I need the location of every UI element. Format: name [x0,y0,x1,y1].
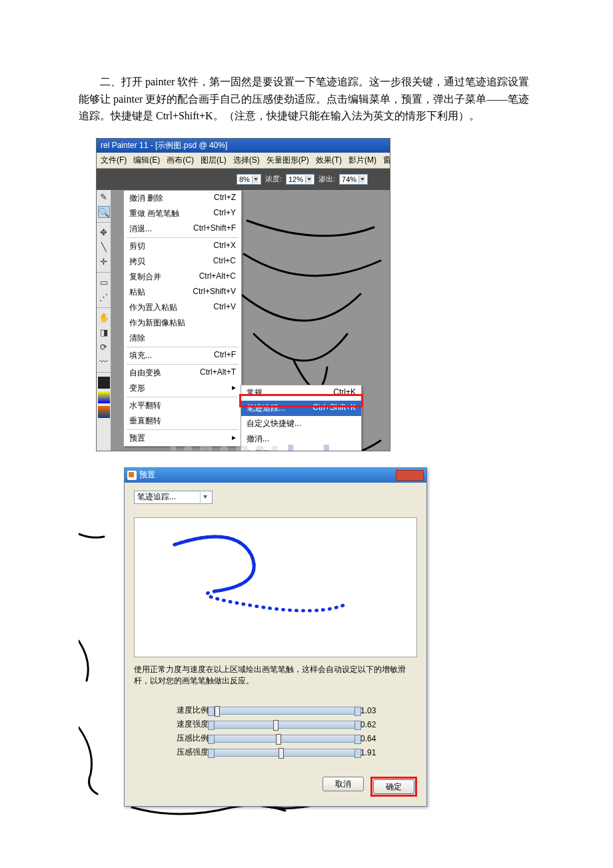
opt-val-2[interactable]: 12% [286,174,314,185]
tool-eraser-icon[interactable]: ◨ [98,327,110,339]
tool-wand-icon[interactable]: ⋰ [98,291,110,303]
opt-val-1[interactable]: 8% [237,174,261,185]
watermark: WWW.bdocx.com [170,437,390,451]
slider-value: 1.91 [360,748,387,757]
slider-row: 速度强度0.62 [174,719,417,730]
menu-edit[interactable]: 编辑(E) [133,155,160,166]
close-button[interactable] [396,470,424,481]
menu-item[interactable]: 清除 [124,331,241,346]
menu-item[interactable]: 作为新图像粘贴 [124,315,241,331]
prefs-dialog: 预置 笔迹追踪... 使用正常力度与速度在以上区域绘出画笔笔触，这样会自动设定以… [124,467,427,807]
tool-move-icon[interactable]: ✥ [98,227,110,239]
submenu-item[interactable]: 自定义快捷键... [241,416,361,431]
menu-canvas[interactable]: 画布(C) [167,155,194,166]
menu-item[interactable]: 复制合并Ctrl+Alt+C [124,269,241,285]
tool-palette[interactable]: ✎ 🔍 ✥ ╲ ✛ ▭ ⋰ ✋ ◨ ⟳ 〰 [97,190,111,451]
tool-brush-icon[interactable]: ✎ [98,191,110,203]
slider-row: 压感比例0.64 [174,733,417,744]
tool-pen-icon[interactable]: ╲ [98,241,110,253]
menu-window[interactable]: 窗口(W) [383,155,390,166]
slider-label: 速度强度 [174,719,209,730]
menu-item[interactable]: 撤消 删除Ctrl+Z [124,191,241,206]
highlight-frame-2: 确定 [370,777,417,797]
page-selector[interactable]: 笔迹追踪... [134,491,213,504]
edit-dropdown[interactable]: 撤消 删除Ctrl+Z重做 画笔笔触Ctrl+Y消退...Ctrl+Shift+… [123,190,242,447]
menu-item[interactable]: 自由变换Ctrl+Alt+T [124,365,241,381]
tool-gradient-icon[interactable] [98,391,110,403]
dialog-titlebar: 预置 [125,468,426,483]
menu-item[interactable]: 变形 [124,381,241,396]
slider-value: 0.64 [360,734,387,743]
tool-smudge-icon[interactable]: 〰 [98,356,110,368]
menu-item[interactable]: 填充...Ctrl+F [124,348,241,363]
menu-vector[interactable]: 矢量图形(P) [267,155,309,166]
menu-file[interactable]: 文件(F) [101,155,127,166]
dialog-icon [127,471,137,480]
menu-item[interactable]: 重做 画笔笔触Ctrl+Y [124,206,241,221]
opt-val-3[interactable]: 74% [339,174,368,185]
tool-hand-icon[interactable]: ✋ [98,312,110,324]
menu-movie[interactable]: 影片(M) [348,155,376,166]
chevron-down-icon [200,492,209,503]
description-text: 使用正常力度与速度在以上区域绘出画笔笔触，这样会自动设定以下的增敏滑杆，以对您的… [134,664,417,687]
tool-rect-icon[interactable]: ▭ [98,277,110,289]
selector-value: 笔迹追踪... [137,491,176,503]
option-bar: 8% 浓度: 12% 渗出: 74% [97,169,390,190]
menu-item[interactable]: 垂直翻转 [124,413,241,429]
ok-button[interactable]: 确定 [373,779,414,794]
slider-track[interactable] [211,735,358,743]
highlight-frame-1 [239,394,363,407]
menu-item[interactable]: 水平翻转 [124,398,241,413]
menu-layer[interactable]: 图层(L) [201,155,227,166]
menu-item[interactable]: 粘贴Ctrl+Shift+V [124,285,241,300]
tool-color2-icon[interactable] [98,406,110,418]
tool-crop-icon[interactable]: ✛ [98,256,110,268]
menubar[interactable]: 文件(F) 编辑(E) 画布(C) 图层(L) 选择(S) 矢量图形(P) 效果… [97,153,390,169]
opt-label-density: 浓度: [265,174,282,184]
slider-label: 速度比例 [174,705,209,716]
instruction-paragraph: 二、打开 painter 软件，第一固然是要设置一下笔迹追踪。这一步很关键，通过… [79,73,534,125]
slider-row: 速度比例1.03 [174,705,417,716]
slider-value: 0.62 [360,720,387,729]
slider-label: 压感比例 [174,733,209,744]
dialog-title-text: 预置 [139,469,155,481]
menu-select[interactable]: 选择(S) [233,155,260,166]
slider-value: 1.03 [360,706,387,715]
opt-label-bleed: 渗出: [318,174,335,184]
menu-item[interactable]: 拷贝Ctrl+C [124,254,241,269]
cancel-button[interactable]: 取消 [322,777,364,791]
tool-color-icon[interactable] [98,377,110,389]
painter-screenshot-1: rel Painter 11 - [示例图.psd @ 40%] 文件(F) 编… [96,138,390,451]
tool-clone-icon[interactable]: ⟳ [98,341,110,353]
menu-effects[interactable]: 效果(T) [316,155,342,166]
slider-track[interactable] [211,749,358,757]
slider-row: 压感强度1.91 [174,747,417,758]
slider-track[interactable] [211,707,358,715]
stroke-canvas[interactable] [134,517,417,657]
slider-label: 压感强度 [174,747,209,758]
tool-zoom-icon[interactable]: 🔍 [98,206,110,218]
menu-item[interactable]: 消退...Ctrl+Shift+F [124,221,241,237]
window-titlebar: rel Painter 11 - [示例图.psd @ 40%] [97,139,390,153]
menu-item[interactable]: 作为置入粘贴Ctrl+V [124,300,241,315]
menu-item[interactable]: 剪切Ctrl+X [124,239,241,254]
slider-track[interactable] [211,721,358,729]
